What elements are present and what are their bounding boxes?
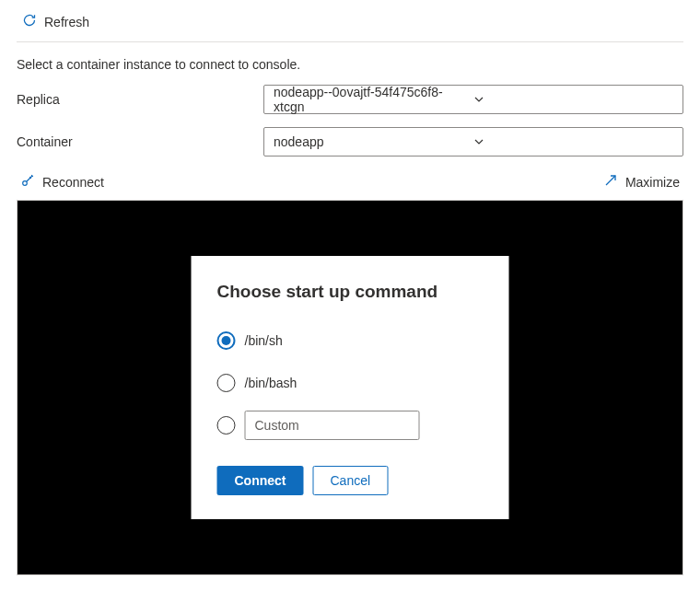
maximize-button[interactable]: Maximize (603, 173, 680, 191)
radio-binbash-label: /bin/bash (245, 376, 298, 390)
startup-command-dialog: Choose start up command /bin/sh /bin/bas… (192, 256, 509, 519)
container-select-value: nodeapp (274, 134, 473, 149)
replica-select-value: nodeapp--0ovajtf-54f475c6f8-xtcgn (274, 85, 473, 114)
instruction-text: Select a container instance to connect t… (17, 57, 683, 72)
radio-binsh[interactable] (217, 331, 236, 350)
replica-select[interactable]: nodeapp--0ovajtf-54f475c6f8-xtcgn (263, 85, 683, 114)
cancel-button[interactable]: Cancel (313, 466, 389, 495)
maximize-label: Maximize (625, 175, 680, 190)
chevron-down-icon (473, 136, 673, 147)
refresh-label: Refresh (44, 15, 89, 29)
replica-label: Replica (17, 92, 263, 107)
refresh-button[interactable]: Refresh (17, 9, 683, 42)
connect-button[interactable]: Connect (217, 466, 304, 495)
radio-binsh-label: /bin/sh (245, 333, 283, 348)
maximize-icon (603, 173, 618, 191)
reconnect-icon (20, 173, 35, 191)
radio-custom[interactable] (217, 416, 236, 435)
chevron-down-icon (473, 94, 673, 105)
container-label: Container (17, 134, 263, 149)
svg-point-0 (23, 181, 28, 186)
reconnect-label: Reconnect (42, 175, 104, 190)
custom-command-input[interactable] (245, 411, 420, 440)
reconnect-button[interactable]: Reconnect (20, 173, 104, 191)
refresh-icon (22, 13, 37, 30)
terminal-area: Choose start up command /bin/sh /bin/bas… (17, 200, 683, 575)
dialog-title: Choose start up command (217, 282, 484, 302)
container-select[interactable]: nodeapp (263, 127, 683, 156)
radio-binbash[interactable] (217, 374, 236, 392)
